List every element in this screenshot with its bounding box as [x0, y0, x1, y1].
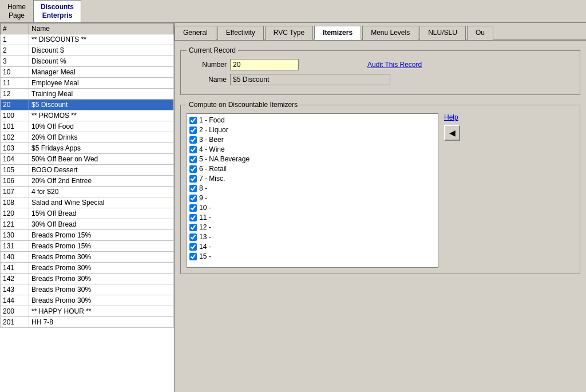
row-name: 50% Off Beer on Wed [29, 154, 174, 165]
row-id: 2 [1, 45, 29, 56]
table-row[interactable]: 1** DISCOUNTS ** [1, 34, 174, 45]
row-name: 20% Off 2nd Entree [29, 176, 174, 187]
table-row[interactable]: 108Salad and Wine Special [1, 197, 174, 208]
itemizer-checkbox-7[interactable] [189, 175, 197, 183]
table-row[interactable]: 200** HAPPY HOUR ** [1, 306, 174, 317]
compute-legend: Compute on Discountable Itemizers [187, 101, 300, 109]
table-row[interactable]: 20$5 Discount [1, 100, 174, 110]
row-name: ** DISCOUNTS ** [29, 34, 174, 45]
name-input[interactable] [230, 74, 390, 85]
table-row[interactable]: 141Breads Promo 30% [1, 263, 174, 274]
itemizer-label: 13 - [199, 233, 211, 241]
row-name: Breads Promo 30% [29, 295, 174, 306]
itemizer-checkbox-13[interactable] [189, 233, 197, 241]
table-row[interactable]: 105BOGO Dessert [1, 165, 174, 176]
row-id: 100 [1, 110, 29, 121]
table-row[interactable]: 12015% Off Bread [1, 208, 174, 219]
itemizer-checkbox-12[interactable] [189, 224, 197, 231]
table-row[interactable]: 100** PROMOS ** [1, 110, 174, 121]
itemizer-label: 10 - [199, 204, 211, 212]
row-id: 105 [1, 165, 29, 176]
itemizer-checkbox-4[interactable] [189, 146, 197, 153]
itemizer-checkbox-15[interactable] [189, 253, 197, 260]
itemizer-item: 9 - [189, 194, 435, 202]
itemizer-checkbox-2[interactable] [189, 126, 197, 134]
itemizer-checkbox-10[interactable] [189, 204, 197, 212]
row-id: 101 [1, 121, 29, 132]
itemizer-checkbox-3[interactable] [189, 136, 197, 144]
table-row[interactable]: 103$5 Fridays Apps [1, 143, 174, 154]
table-row[interactable]: 142Breads Promo 30% [1, 274, 174, 284]
itemizer-item: 3 - Beer [189, 136, 435, 144]
tab-itemizers[interactable]: Itemizers [314, 26, 361, 40]
row-id: 200 [1, 306, 29, 317]
row-name: Training Meal [29, 89, 174, 100]
table-row[interactable]: 12Training Meal [1, 89, 174, 100]
table-row[interactable]: 131Breads Promo 15% [1, 241, 174, 252]
audit-link[interactable]: Audit This Record [367, 61, 422, 69]
row-id: 108 [1, 197, 29, 208]
itemizer-checkbox-list: 1 - Food2 - Liquor3 - Beer4 - Wine5 - NA… [187, 113, 438, 268]
table-row[interactable]: 201HH 7-8 [1, 317, 174, 328]
table-row[interactable]: 144Breads Promo 30% [1, 295, 174, 306]
row-id: 144 [1, 295, 29, 306]
row-name: Breads Promo 30% [29, 263, 174, 274]
table-row[interactable]: 130Breads Promo 15% [1, 230, 174, 241]
row-name: Breads Promo 15% [29, 230, 174, 241]
itemizer-checkbox-8[interactable] [189, 185, 197, 192]
row-name: BOGO Dessert [29, 165, 174, 176]
nav-item-home-page[interactable]: Home Page [0, 0, 33, 22]
itemizer-label: 9 - [199, 194, 207, 202]
row-name: 10% Off Food [29, 121, 174, 132]
tab-rvc-type[interactable]: RVC Type [265, 26, 313, 40]
table-row[interactable]: 10Manager Meal [1, 67, 174, 78]
table-row[interactable]: 3Discount % [1, 56, 174, 67]
itemizer-item: 10 - [189, 204, 435, 212]
itemizer-checkbox-6[interactable] [189, 165, 197, 173]
table-row[interactable]: 11Employee Meal [1, 78, 174, 89]
itemizer-label: 3 - Beer [199, 136, 224, 144]
help-link[interactable]: Help [444, 113, 458, 121]
tab-general[interactable]: General [175, 26, 216, 40]
tab-more[interactable]: Ou [467, 26, 493, 40]
number-input[interactable] [230, 59, 299, 70]
table-row[interactable]: 10620% Off 2nd Entree [1, 176, 174, 187]
itemizer-checkbox-14[interactable] [189, 243, 197, 251]
itemizer-checkbox-1[interactable] [189, 117, 197, 124]
row-id: 131 [1, 241, 29, 252]
table-row[interactable]: 12130% Off Bread [1, 219, 174, 230]
row-id: 104 [1, 154, 29, 165]
table-row[interactable]: 10110% Off Food [1, 121, 174, 132]
compute-group: Compute on Discountable Itemizers 1 - Fo… [180, 101, 580, 274]
row-id: 20 [1, 100, 29, 110]
itemizer-item: 8 - [189, 184, 435, 192]
row-id: 121 [1, 219, 29, 230]
row-name: Discount % [29, 56, 174, 67]
content-area: Current Record Number Audit This Record … [175, 41, 586, 286]
itemizer-checkbox-5[interactable] [189, 156, 197, 163]
tab-nlu-slu[interactable]: NLU/SLU [419, 26, 466, 40]
itemizer-item: 13 - [189, 233, 435, 241]
row-name: 15% Off Bread [29, 208, 174, 219]
table-row[interactable]: 2Discount $ [1, 45, 174, 56]
itemizer-checkbox-9[interactable] [189, 195, 197, 202]
table-row[interactable]: 10220% Off Drinks [1, 132, 174, 143]
tab-menu-levels[interactable]: Menu Levels [362, 26, 418, 40]
itemizer-item: 12 - [189, 223, 435, 231]
itemizer-label: 1 - Food [199, 116, 225, 124]
arrow-button[interactable]: ◀ [444, 125, 460, 141]
number-label: Number [187, 61, 227, 69]
itemizer-label: 6 - Retail [199, 165, 227, 173]
row-name: 4 for $20 [29, 187, 174, 197]
table-row[interactable]: 10450% Off Beer on Wed [1, 154, 174, 165]
table-row[interactable]: 1074 for $20 [1, 187, 174, 197]
itemizer-item: 7 - Misc. [189, 175, 435, 183]
row-id: 201 [1, 317, 29, 328]
tab-effectivity[interactable]: Effectivity [217, 26, 264, 40]
table-row[interactable]: 143Breads Promo 30% [1, 284, 174, 295]
itemizer-label: 4 - Wine [199, 145, 225, 153]
itemizer-label: 11 - [199, 213, 211, 221]
itemizer-checkbox-11[interactable] [189, 214, 197, 221]
table-row[interactable]: 140Breads Promo 30% [1, 252, 174, 263]
nav-item-discounts-enterprise[interactable]: Discounts Enterpris [33, 0, 81, 22]
